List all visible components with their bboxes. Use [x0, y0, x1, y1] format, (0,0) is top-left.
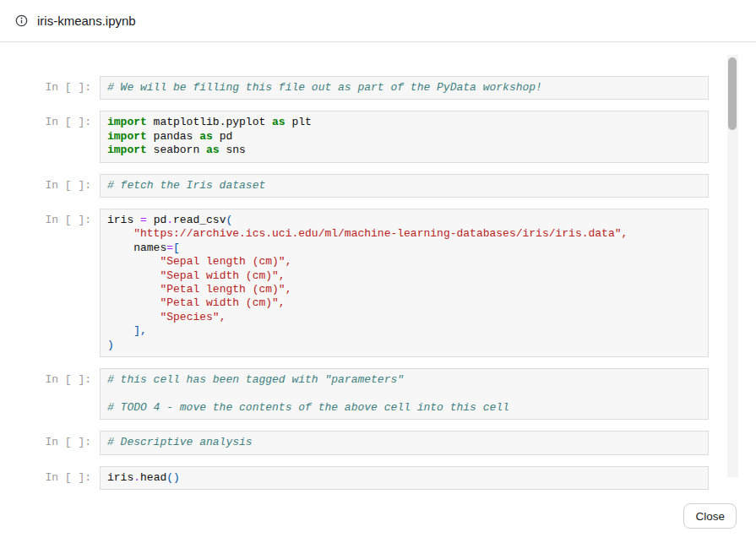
cell-code: # Descriptive analysis — [100, 431, 709, 454]
cell-code: # We will be filling this file out as pa… — [100, 76, 709, 100]
dialog-header: iris-kmeans.ipynb — [0, 0, 756, 42]
cell-prompt: In [ ]: — [34, 431, 100, 449]
notebook-cells: In [ ]:# We will be filling this file ou… — [0, 43, 756, 496]
notebook-title: iris-kmeans.ipynb — [37, 14, 136, 28]
close-button[interactable]: Close — [683, 503, 737, 529]
cell-prompt: In [ ]: — [34, 368, 100, 387]
notebook-scroll-area[interactable]: In [ ]:# We will be filling this file ou… — [0, 43, 756, 496]
info-icon[interactable] — [15, 14, 28, 27]
notebook-cell: In [ ]:# Descriptive analysis — [34, 431, 709, 454]
notebook-cell: In [ ]:# We will be filling this file ou… — [34, 76, 709, 100]
notebook-cell: In [ ]:iris = pd.read_csv( "https://arch… — [34, 209, 709, 357]
cell-prompt: In [ ]: — [34, 174, 100, 193]
cell-prompt: In [ ]: — [34, 209, 100, 227]
cell-code: # fetch the Iris dataset — [100, 174, 709, 198]
cell-code: import matplotlib.pyplot as plt import p… — [100, 111, 709, 162]
cell-prompt: In [ ]: — [34, 466, 100, 485]
scrollbar-thumb[interactable] — [728, 57, 737, 130]
scrollbar-track[interactable] — [727, 55, 738, 477]
notebook-cell: In [ ]:# this cell has been tagged with … — [34, 368, 709, 420]
cell-prompt: In [ ]: — [34, 76, 100, 95]
cell-code: iris = pd.read_csv( "https://archive.ics… — [100, 209, 709, 357]
notebook-cell: In [ ]:iris.head() — [34, 466, 709, 490]
cell-code: # this cell has been tagged with "parame… — [100, 368, 709, 420]
cell-code: iris.head() — [100, 466, 709, 490]
cell-prompt: In [ ]: — [34, 111, 100, 129]
notebook-cell: In [ ]:import matplotlib.pyplot as plt i… — [34, 111, 709, 162]
notebook-cell: In [ ]:# fetch the Iris dataset — [34, 174, 709, 198]
